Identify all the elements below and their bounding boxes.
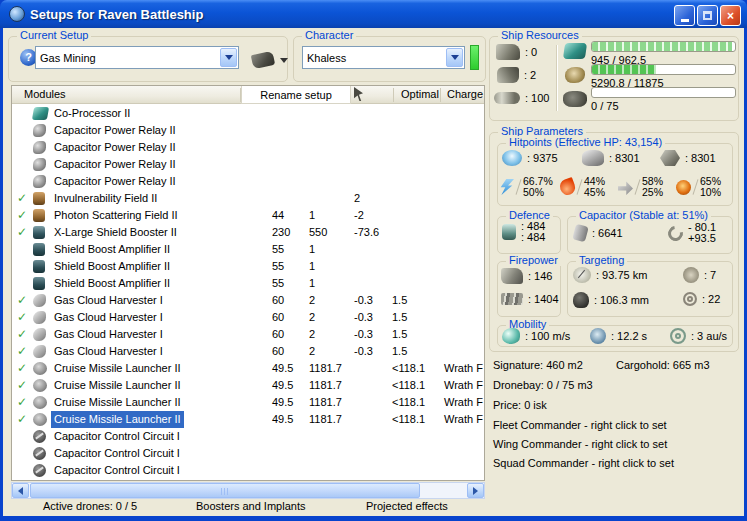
targeting-range-icon — [573, 267, 591, 283]
targeting-label: Targeting — [576, 254, 627, 266]
scroll-right-button[interactable] — [467, 483, 484, 498]
module-row[interactable]: Shield Boost Amplifier II 55 1 — [12, 241, 485, 258]
module-pg-value: 1 — [309, 258, 315, 275]
module-cap-value: 2 — [354, 190, 360, 207]
module-name: Cruise Missile Launcher II — [51, 394, 184, 411]
ship-menu-button[interactable] — [252, 48, 294, 72]
module-icon — [33, 328, 46, 341]
scroll-left-button[interactable] — [12, 483, 29, 498]
current-setup-dropdown-icon[interactable] — [220, 48, 237, 67]
max-targets-icon — [683, 267, 699, 283]
module-name: Gas Cloud Harvester I — [51, 309, 166, 326]
module-row[interactable]: Capacitor Power Relay II — [12, 173, 485, 190]
module-icon — [33, 464, 46, 477]
module-row[interactable]: ✓ Cruise Missile Launcher II 49.5 1181.7… — [12, 394, 485, 411]
maximize-icon — [703, 11, 712, 20]
calibration-value: : 100 — [525, 92, 549, 104]
column-header-charge[interactable]: Charge — [447, 88, 483, 100]
module-cpu-value: 230 — [272, 224, 290, 241]
module-icon — [33, 209, 45, 222]
app-icon[interactable] — [9, 6, 25, 22]
module-row[interactable]: Capacitor Control Circuit I — [12, 428, 485, 445]
character-select[interactable]: Khaless — [302, 46, 465, 69]
module-icon — [32, 107, 49, 120]
module-name: Gas Cloud Harvester I — [51, 292, 166, 309]
skill-level-indicator — [470, 45, 479, 70]
close-button[interactable]: × — [720, 5, 741, 26]
powergrid-icon — [565, 67, 585, 83]
maximize-button[interactable] — [697, 5, 718, 26]
explosive-resist-base: 10% — [700, 187, 721, 198]
firepower-label: Firepower — [506, 254, 561, 266]
fitted-check-icon: ✓ — [17, 394, 27, 411]
wing-commander-slot[interactable]: Wing Commander - right click to set — [493, 438, 667, 450]
em-resist: 66.7%50% — [500, 176, 553, 198]
boosters-implants-toggle[interactable]: Boosters and Implants — [196, 500, 305, 512]
title-bar[interactable]: Setups for Raven Battleship × — [0, 0, 747, 28]
projected-effects-toggle[interactable]: Projected effects — [366, 500, 448, 512]
module-row[interactable]: Capacitor Power Relay II — [12, 156, 485, 173]
character-dropdown-icon[interactable] — [446, 48, 463, 67]
fleet-commander-slot[interactable]: Fleet Commander - right click to set — [493, 419, 667, 431]
module-icon — [33, 243, 45, 256]
cpu-icon — [563, 43, 587, 59]
thermal-resist-base: 45% — [584, 187, 605, 198]
fitted-check-icon: ✓ — [17, 411, 27, 428]
mobility-group: Mobility : 100 m/s : 12.2 s : 3 au/s — [497, 325, 733, 347]
scan-resolution-value: : 106.3 mm — [594, 294, 649, 306]
squad-commander-slot[interactable]: Squad Commander - right click to set — [493, 457, 674, 469]
close-icon: × — [727, 9, 734, 23]
modules-table: Modules Optimal Charge Rename setup Co-P… — [11, 85, 485, 481]
module-cpu-value: 60 — [272, 326, 284, 343]
module-row[interactable]: ✓ Gas Cloud Harvester I 60 2 -0.3 1.5 — [12, 292, 485, 309]
module-row[interactable]: Shield Boost Amplifier II 55 1 — [12, 275, 485, 292]
module-row[interactable]: Capacitor Control Circuit I — [12, 462, 485, 479]
scrollbar-thumb[interactable] — [30, 483, 420, 498]
module-row[interactable]: Capacitor Power Relay II — [12, 122, 485, 139]
module-cpu-value: 60 — [272, 343, 284, 360]
max-targets-value: : 7 — [704, 269, 716, 281]
module-optimal-value: 1.5 — [392, 309, 407, 326]
targeting-range-value: : 93.75 km — [596, 269, 647, 281]
active-drones-toggle[interactable]: Active drones: 0 / 5 — [43, 500, 137, 512]
module-row[interactable]: ✓ Gas Cloud Harvester I 60 2 -0.3 1.5 — [12, 343, 485, 360]
module-cpu-value: 49.5 — [272, 360, 293, 377]
module-name: X-Large Shield Booster II — [51, 224, 180, 241]
mouse-cursor-icon — [354, 87, 363, 101]
minimize-icon — [681, 19, 689, 22]
capacitor-group: Capacitor (Stable at: 51%) : 6641 - 80.1… — [567, 216, 733, 254]
minimize-button[interactable] — [674, 5, 695, 26]
module-row[interactable]: Shield Boost Amplifier II 55 1 — [12, 258, 485, 275]
scrollbar-grip-icon — [221, 488, 230, 495]
defence-group: Defence : 484: 484 — [497, 216, 561, 254]
missile-volley-value: : 1404 — [528, 293, 559, 305]
horizontal-scrollbar[interactable] — [11, 482, 485, 499]
hitpoints-label: Hitpoints (Effective HP: 43,154) — [506, 136, 665, 148]
module-row[interactable]: ✓ Gas Cloud Harvester I 60 2 -0.3 1.5 — [12, 326, 485, 343]
cpu-bar — [591, 41, 736, 52]
current-setup-select[interactable]: Gas Mining — [35, 46, 239, 69]
modules-list: Co-Processor II Capacitor Power Relay II… — [12, 105, 485, 481]
module-row[interactable]: ✓ Photon Scattering Field II 44 1 -2 — [12, 207, 485, 224]
module-row[interactable]: ✓ Gas Cloud Harvester I 60 2 -0.3 1.5 — [12, 309, 485, 326]
module-row[interactable]: ✓ Cruise Missile Launcher II 49.5 1181.7… — [12, 411, 485, 428]
fitted-check-icon: ✓ — [17, 190, 27, 207]
module-row[interactable]: ✓ X-Large Shield Booster II 230 550 -73.… — [12, 224, 485, 241]
module-icon — [33, 277, 45, 290]
structure-hp-value: : 8301 — [685, 152, 716, 164]
module-row[interactable]: Capacitor Control Circuit I — [12, 445, 485, 462]
column-header-optimal[interactable]: Optimal — [401, 88, 439, 100]
module-row[interactable]: ✓ Cruise Missile Launcher II 49.5 1181.7… — [12, 377, 485, 394]
module-row[interactable]: ✓ Cruise Missile Launcher II 49.5 1181.7… — [12, 360, 485, 377]
capacitor-label: Capacitor (Stable at: 51%) — [576, 209, 711, 221]
capacitor-icon — [572, 224, 589, 243]
column-header-modules[interactable]: Modules — [24, 88, 66, 100]
module-row[interactable]: Co-Processor II — [12, 105, 485, 122]
character-group: Character Khaless — [293, 36, 486, 82]
defence-icon — [502, 224, 516, 240]
fitted-check-icon: ✓ — [17, 207, 27, 224]
module-row[interactable]: ✓ Invulnerability Field II 2 — [12, 190, 485, 207]
module-row[interactable]: Capacitor Power Relay II — [12, 139, 485, 156]
module-cpu-value: 55 — [272, 241, 284, 258]
explosive-resist-icon — [676, 180, 691, 195]
